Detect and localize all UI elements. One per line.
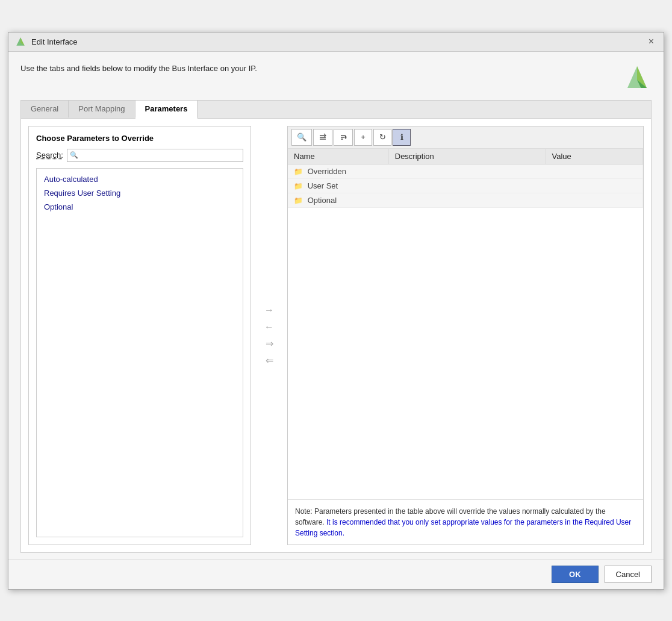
search-toolbar-btn[interactable]: 🔍: [291, 129, 312, 146]
left-panel: Choose Parameters to Override Search: 🔍 …: [28, 126, 251, 545]
col-name: Name: [288, 149, 388, 164]
collapse-icon: [319, 133, 327, 142]
remove-all-arrow-button[interactable]: ⇐: [264, 355, 275, 367]
title-bar-left: Edit Interface: [14, 36, 78, 48]
sort-icon: [339, 133, 347, 142]
transfer-arrows: → ← ⇒ ⇐: [258, 126, 280, 545]
refresh-toolbar-btn[interactable]: ↻: [373, 129, 391, 146]
folder-icon: 📁: [294, 167, 303, 176]
folder-icon: 📁: [294, 196, 303, 205]
note-box: Note: Parameters presented in the table …: [288, 499, 643, 545]
tab-general[interactable]: General: [21, 101, 69, 118]
search-row: Search: 🔍: [36, 149, 243, 162]
header-row: Use the tabs and fields below to modify …: [20, 61, 652, 90]
brand-logo: [623, 61, 652, 90]
info-toolbar-btn[interactable]: ℹ: [393, 129, 411, 146]
add-toolbar-btn[interactable]: +: [354, 129, 372, 146]
folder-icon: 📁: [294, 182, 303, 190]
dialog-body: Use the tabs and fields below to modify …: [8, 52, 664, 559]
table-row[interactable]: 📁 User Set: [288, 178, 643, 193]
parameter-list: Auto-calculated Requires User Setting Op…: [36, 168, 243, 537]
list-item-auto-calculated[interactable]: Auto-calculated: [39, 172, 240, 186]
right-panel: 🔍: [287, 126, 644, 545]
table-header-row: Name Description Value: [288, 149, 643, 164]
parameters-tab-content: Choose Parameters to Override Search: 🔍 …: [21, 119, 651, 552]
edit-interface-dialog: Edit Interface × Use the tabs and fields…: [8, 32, 664, 590]
search-input[interactable]: [67, 149, 243, 162]
remove-arrow-button[interactable]: ←: [263, 321, 275, 333]
cancel-button[interactable]: Cancel: [605, 566, 652, 583]
tab-port-mapping[interactable]: Port Mapping: [69, 101, 135, 118]
note-text-2: It is recommended that you only set appr…: [295, 518, 631, 537]
add-all-arrow-button[interactable]: ⇒: [264, 338, 275, 350]
col-description: Description: [388, 149, 546, 164]
col-value: Value: [546, 149, 643, 164]
group-optional: 📁 Optional: [288, 193, 643, 207]
list-item-requires-user[interactable]: Requires User Setting: [39, 186, 240, 200]
toolbar: 🔍: [288, 126, 643, 149]
tabs-container: General Port Mapping Parameters Choose P…: [20, 100, 652, 553]
tabs-header: General Port Mapping Parameters: [21, 101, 651, 119]
vivado-icon: [14, 36, 26, 48]
table-row[interactable]: 📁 Optional: [288, 193, 643, 207]
search-input-wrap: 🔍: [67, 149, 243, 162]
dialog-footer: OK Cancel: [8, 559, 664, 589]
left-panel-title: Choose Parameters to Override: [36, 134, 243, 143]
close-button[interactable]: ×: [645, 36, 658, 48]
parameters-table: Name Description Value 📁: [288, 149, 643, 208]
group-overridden: 📁 Overridden: [288, 164, 643, 178]
ok-button[interactable]: OK: [552, 566, 599, 583]
add-arrow-button[interactable]: →: [263, 304, 275, 316]
tab-parameters[interactable]: Parameters: [135, 101, 198, 119]
group-user-set: 📁 User Set: [288, 178, 643, 193]
title-bar: Edit Interface ×: [8, 33, 664, 52]
window-title: Edit Interface: [31, 37, 78, 46]
search-label: Search:: [36, 151, 63, 160]
collapse-toolbar-btn[interactable]: [313, 129, 332, 146]
parameters-table-wrap: Name Description Value 📁: [288, 149, 643, 499]
search-icon: 🔍: [70, 151, 78, 159]
header-description: Use the tabs and fields below to modify …: [20, 64, 257, 73]
table-row[interactable]: 📁 Overridden: [288, 164, 643, 178]
list-item-optional[interactable]: Optional: [39, 200, 240, 214]
sort-toolbar-btn[interactable]: [334, 129, 353, 146]
